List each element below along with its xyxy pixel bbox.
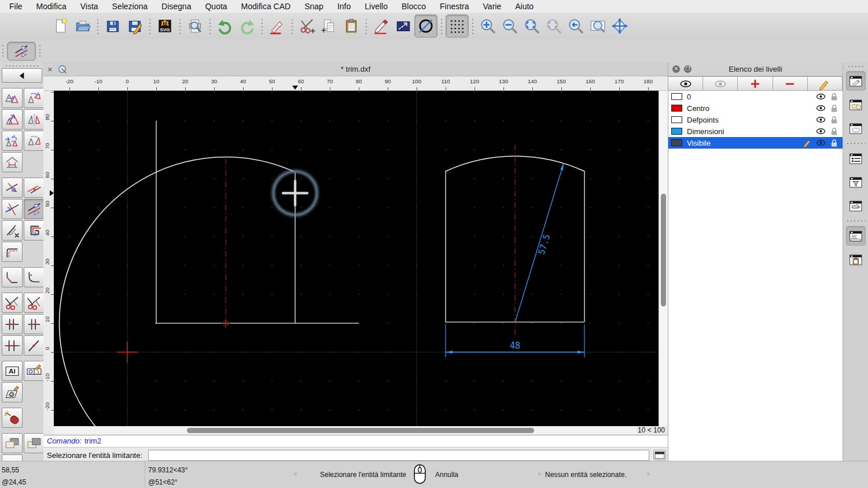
panel-close-icon[interactable]: ✕ — [672, 65, 680, 73]
mirror-tool-button[interactable] — [24, 109, 45, 130]
vertical-scrollbar-thumb[interactable] — [661, 194, 666, 306]
layer-edit-pencil-icon[interactable] — [803, 139, 811, 147]
delete-eraser-button[interactable] — [266, 15, 288, 37]
cut-button[interactable] — [296, 15, 318, 37]
bevel-tool-button[interactable] — [2, 267, 23, 287]
construction-circle-button[interactable] — [414, 14, 437, 38]
save-button[interactable] — [102, 15, 124, 37]
menu-modifica-cad[interactable]: Modifica CAD — [234, 2, 298, 11]
layer-lock-icon[interactable] — [830, 139, 838, 147]
menu-snap[interactable]: Snap — [297, 2, 330, 11]
copy-button[interactable] — [318, 15, 340, 37]
zoom-out-button[interactable] — [499, 15, 521, 37]
cad-canvas[interactable]: 57.548 — [54, 91, 659, 426]
rotate-two-tool-button[interactable] — [24, 131, 45, 151]
add-layer-button[interactable] — [737, 76, 773, 91]
dock-property-editor-button[interactable] — [846, 149, 866, 168]
dock-clipboard-button[interactable] — [846, 250, 866, 269]
horizontal-scrollbar[interactable] — [54, 426, 637, 435]
menu-modifica[interactable]: Modifica — [30, 2, 73, 11]
active-tool-trim-two-button[interactable] — [7, 42, 36, 61]
menu-info[interactable]: Info — [330, 2, 358, 11]
dock-layer-list-button[interactable] — [846, 71, 866, 91]
lengthen-tool-button[interactable] — [24, 178, 45, 198]
dock-library-browser-button[interactable] — [846, 119, 866, 138]
zoom-selection-button[interactable] — [543, 15, 565, 37]
paste-button[interactable] — [340, 15, 362, 37]
explode-tool-button[interactable] — [2, 408, 23, 428]
menu-blocco[interactable]: Blocco — [395, 2, 433, 11]
panel-float-icon[interactable]: ❐ — [684, 65, 692, 73]
layer-row-dimensioni[interactable]: Dimensioni — [668, 125, 843, 137]
menu-file[interactable]: File — [2, 2, 30, 11]
zoom-pan-button[interactable] — [609, 15, 631, 37]
show-all-layers-button[interactable] — [668, 76, 703, 91]
offset-tool-button[interactable] — [24, 220, 45, 241]
horizontal-scrollbar-thumb[interactable] — [187, 428, 534, 433]
menu-vista[interactable]: Vista — [73, 2, 105, 11]
dimension-edit-tool-button[interactable]: .1 — [24, 361, 45, 381]
scale-tool-button[interactable] — [2, 109, 23, 130]
menu-quota[interactable]: Quota — [198, 2, 234, 11]
break-out-manual-tool-button[interactable] — [24, 314, 45, 334]
order-back-tool-button[interactable] — [24, 433, 45, 453]
break-out-tool-button[interactable] — [2, 314, 23, 334]
menu-finestra[interactable]: Finestra — [433, 2, 476, 11]
hide-all-layers-button[interactable] — [703, 76, 738, 91]
zoom-auto-button[interactable] — [521, 15, 543, 37]
text-edit-tool-button[interactable]: Al — [2, 361, 23, 381]
edit-delete-tool-button[interactable] — [2, 220, 23, 241]
grid-toggle-button[interactable] — [446, 14, 469, 38]
vertical-scrollbar[interactable] — [659, 91, 668, 426]
zoom-in-button[interactable] — [477, 15, 499, 37]
project-tool-button[interactable] — [2, 152, 23, 172]
layer-row-centro[interactable]: Centro — [668, 102, 843, 114]
layer-lock-icon[interactable] — [830, 93, 838, 101]
menu-varie[interactable]: Varie — [476, 2, 509, 11]
stretch-tool-button[interactable] — [2, 335, 23, 356]
redo-button[interactable] — [236, 15, 258, 37]
undo-button[interactable] — [214, 15, 236, 37]
layer-lock-icon[interactable] — [830, 116, 838, 124]
trim-tool-button[interactable] — [2, 178, 23, 198]
palette-back-button[interactable] — [2, 68, 42, 83]
hatch-edit-tool-button[interactable] — [2, 382, 23, 402]
menu-livello[interactable]: Livello — [358, 2, 395, 11]
layer-row-0[interactable]: 0 — [668, 91, 843, 102]
layer-visible-eye-icon[interactable] — [816, 105, 826, 112]
move-rotate-tool-button[interactable] — [2, 131, 23, 151]
divide-two-tool-button[interactable] — [24, 293, 45, 313]
layer-lock-icon[interactable] — [830, 127, 838, 136]
menu-aiuto[interactable]: Aiuto — [508, 2, 540, 11]
layer-visible-eye-icon[interactable] — [816, 139, 826, 146]
fillet-tool-button[interactable] — [2, 242, 23, 262]
draw-order-button[interactable] — [392, 15, 414, 37]
layer-visible-eye-icon[interactable] — [816, 116, 826, 123]
edit-attributes-button[interactable] — [370, 15, 392, 37]
menu-seleziona[interactable]: Seleziona — [105, 2, 155, 11]
command-input[interactable] — [148, 450, 649, 461]
rotate-tool-button[interactable] — [24, 88, 45, 108]
trim-two-tool-button[interactable] — [24, 199, 45, 219]
layer-lock-icon[interactable] — [830, 104, 838, 113]
split-tool-button[interactable] — [24, 335, 45, 356]
layer-visible-eye-icon[interactable] — [816, 128, 826, 135]
layer-row-defpoints[interactable]: Defpoints — [668, 114, 843, 125]
menu-disegna[interactable]: Disegna — [155, 2, 198, 11]
open-folder-button[interactable] — [72, 15, 94, 37]
dock-command-line-button[interactable] — [846, 226, 866, 246]
svg-export-button[interactable]: SVG — [154, 15, 176, 37]
divide-tool-button[interactable] — [2, 293, 23, 313]
move-tool-button[interactable] — [2, 88, 23, 108]
dock-block-list-button[interactable] — [846, 95, 866, 114]
new-document-button[interactable] — [50, 15, 72, 37]
remove-layer-button[interactable] — [773, 76, 808, 91]
layer-row-visibile[interactable]: Visibile — [668, 137, 843, 149]
round-corner-tool-button[interactable] — [24, 267, 45, 287]
print-preview-button[interactable] — [184, 15, 206, 37]
edit-layer-button[interactable] — [807, 76, 843, 91]
dock-pen-toolbar-button[interactable] — [846, 196, 866, 216]
zoom-window-button[interactable] — [587, 15, 609, 37]
zoom-previous-button[interactable] — [565, 15, 587, 37]
keyboard-input-button[interactable] — [653, 450, 666, 460]
